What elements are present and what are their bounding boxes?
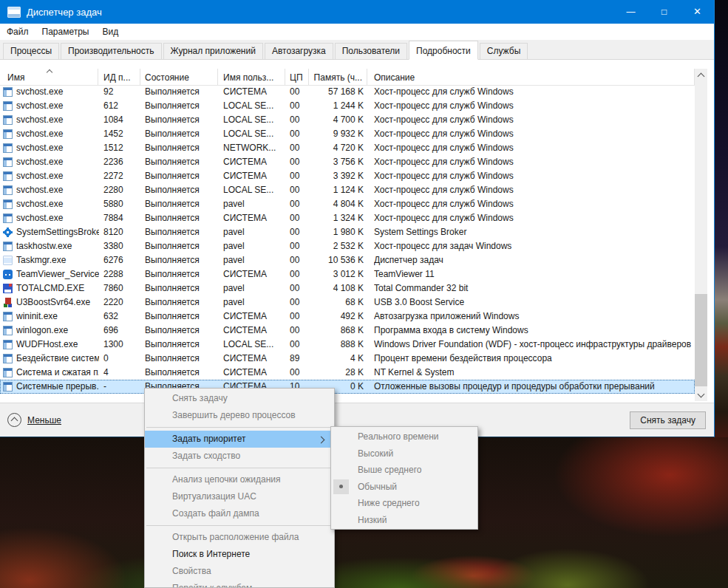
menu-options[interactable]: Параметры	[35, 24, 96, 40]
priority-item-low: Низкий	[331, 512, 477, 529]
fewer-details-button[interactable]: Меньше	[7, 413, 61, 427]
context-menu-item-set-priority[interactable]: Задать приоритет	[145, 431, 334, 448]
process-row[interactable]: Taskmgr.exe6276Выполняетсяpavel0010 536 …	[0, 253, 695, 267]
priority-submenu: Реального времениВысокийВыше среднегоОбы…	[330, 426, 478, 530]
tab-startup[interactable]: Автозагрузка	[265, 43, 333, 59]
process-row[interactable]: Система и сжатая п...4ВыполняетсяСИСТЕМА…	[0, 366, 695, 380]
process-row[interactable]: taskhostw.exe3380Выполняетсяpavel002 532…	[0, 239, 695, 253]
process-memory-cell: 2 532 K	[306, 239, 364, 253]
process-row[interactable]: svchost.exe5880Выполняетсяpavel004 804 K…	[0, 197, 695, 211]
process-row[interactable]: svchost.exe2236ВыполняетсяСИСТЕМА003 756…	[0, 155, 695, 169]
process-pid-cell: 1300	[103, 338, 139, 352]
process-row[interactable]: Бездействие системы0ВыполняетсяСИСТЕМА89…	[0, 352, 695, 366]
process-row[interactable]: svchost.exe2280ВыполняетсяLOCAL SE...001…	[0, 183, 695, 197]
task-manager-app-icon	[7, 7, 21, 18]
process-description-cell: System Settings Broker	[374, 225, 692, 239]
tab-app-history[interactable]: Журнал приложений	[163, 43, 263, 59]
tab-users[interactable]: Пользователи	[335, 43, 407, 59]
process-row[interactable]: svchost.exe1512ВыполняетсяNETWORK...004 …	[0, 141, 695, 155]
context-menu-item-set-affinity: Задать сходство	[145, 448, 334, 465]
u3boost-icon	[3, 298, 13, 307]
window-exe-icon	[3, 368, 13, 377]
process-description-cell: Хост-процесс для задач Windows	[374, 239, 692, 253]
scroll-down-button[interactable]	[695, 389, 707, 401]
process-name-cell: winlogon.exe	[16, 324, 99, 338]
process-memory-cell: 3 756 K	[306, 155, 364, 169]
process-description-cell: Хост-процесс для служб Windows	[374, 155, 692, 169]
maximize-button[interactable]: □	[647, 0, 681, 24]
process-user-cell: pavel	[223, 281, 284, 295]
process-memory-cell: 4 700 K	[306, 113, 364, 127]
process-row[interactable]: TeamViewer_Service....2288ВыполняетсяСИС…	[0, 267, 695, 281]
column-header-name[interactable]: Имя	[0, 69, 98, 85]
column-header-cpu[interactable]: ЦП	[285, 69, 309, 85]
context-menu-item-create-dump-file: Создать файл дампа	[145, 505, 334, 522]
minimize-button[interactable]: —	[614, 0, 647, 24]
process-description-cell: Хост-процесс для служб Windows	[374, 99, 692, 113]
process-memory-cell: 1 124 K	[306, 183, 364, 197]
column-header-memory[interactable]: Память (ч...	[309, 69, 367, 85]
vertical-scrollbar[interactable]	[695, 69, 707, 401]
column-header-description[interactable]: Описание	[367, 69, 695, 85]
tab-processes[interactable]: Процессы	[3, 43, 59, 59]
column-header-status[interactable]: Состояние	[140, 69, 218, 85]
window-exe-icon	[3, 340, 13, 349]
end-task-button[interactable]: Снять задачу	[630, 411, 706, 429]
process-status-cell: Выполняется	[145, 324, 217, 338]
process-row[interactable]: svchost.exe7884ВыполняетсяСИСТЕМА001 324…	[0, 211, 695, 225]
process-name-cell: U3BoostSvr64.exe	[16, 295, 99, 310]
process-name-cell: svchost.exe	[16, 211, 99, 225]
context-menu-item-search-online[interactable]: Поиск в Интернете	[145, 546, 334, 563]
process-status-cell: Выполняется	[145, 310, 217, 324]
tab-details[interactable]: Подробности	[409, 41, 478, 60]
tab-performance[interactable]: Производительность	[61, 43, 161, 59]
process-row[interactable]: U3BoostSvr64.exe2220Выполняетсяpavel0068…	[0, 295, 695, 310]
close-button[interactable]: ✕	[681, 0, 714, 24]
process-row[interactable]: svchost.exe1452ВыполняетсяLOCAL SE...009…	[0, 127, 695, 141]
process-row[interactable]: svchost.exe2272ВыполняетсяСИСТЕМА003 392…	[0, 169, 695, 183]
column-header-pid[interactable]: ИД п...	[98, 69, 140, 85]
process-memory-cell: 10 536 K	[306, 253, 364, 267]
process-description-cell: Диспетчер задач	[374, 253, 692, 267]
process-description-cell: Хост-процесс для служб Windows	[374, 183, 692, 197]
process-row[interactable]: SystemSettingsBroke...8120Выполняетсяpav…	[0, 225, 695, 239]
menu-view[interactable]: Вид	[95, 24, 125, 40]
priority-item-realtime: Реального времени	[331, 428, 477, 445]
process-row[interactable]: svchost.exe1084ВыполняетсяLOCAL SE...004…	[0, 113, 695, 127]
details-panel: ИмяИД п...СостояниеИмя польз...ЦППамять …	[0, 60, 714, 403]
process-name-cell: Taskmgr.exe	[16, 253, 99, 267]
process-pid-cell: 8120	[103, 225, 139, 239]
process-row[interactable]: svchost.exe92ВыполняетсяСИСТЕМА0057 168 …	[0, 85, 695, 99]
process-row[interactable]: wininit.exe632ВыполняетсяСИСТЕМА00492 KА…	[0, 310, 695, 324]
process-description-cell: Хост-процесс для служб Windows	[374, 141, 692, 155]
process-description-cell: Хост-процесс для служб Windows	[374, 113, 692, 127]
process-memory-cell: 888 K	[306, 338, 364, 352]
process-table: svchost.exe92ВыполняетсяСИСТЕМА0057 168 …	[0, 85, 695, 394]
process-status-cell: Выполняется	[145, 267, 217, 281]
process-row[interactable]: Системные прерыв...-ВыполняетсяСИСТЕМА10…	[0, 380, 695, 394]
tab-services[interactable]: Службы	[480, 43, 528, 59]
process-memory-cell: 9 932 K	[306, 127, 364, 141]
process-description-cell: Хост-процесс для служб Windows	[374, 85, 692, 99]
process-row[interactable]: winlogon.exe696ВыполняетсяСИСТЕМА00868 K…	[0, 324, 695, 338]
process-pid-cell: 1512	[103, 141, 139, 155]
process-row[interactable]: WUDFHost.exe1300ВыполняетсяLOCAL SE...00…	[0, 338, 695, 352]
scroll-up-button[interactable]	[695, 69, 707, 81]
process-name-cell: TeamViewer_Service....	[16, 267, 99, 281]
process-user-cell: СИСТЕМА	[223, 155, 284, 169]
menu-file[interactable]: Файл	[0, 24, 35, 40]
process-description-cell: Хост-процесс для служб Windows	[374, 127, 692, 141]
process-pid-cell: 2288	[103, 267, 139, 281]
process-row[interactable]: svchost.exe612ВыполняетсяLOCAL SE...001 …	[0, 99, 695, 113]
scrollbar-thumb[interactable]	[695, 294, 707, 386]
priority-item-above-normal: Выше среднего	[331, 462, 477, 479]
sort-ascending-icon	[47, 69, 52, 75]
window-exe-icon	[3, 354, 13, 363]
process-user-cell: СИСТЕМА	[223, 211, 284, 225]
floppy-icon	[3, 284, 13, 293]
process-name-cell: svchost.exe	[16, 113, 99, 127]
process-pid-cell: 612	[103, 99, 139, 113]
column-header-username[interactable]: Имя польз...	[218, 69, 285, 85]
process-row[interactable]: TOTALCMD.EXE7860Выполняетсяpavel004 108 …	[0, 281, 695, 295]
window-exe-icon	[3, 143, 13, 153]
